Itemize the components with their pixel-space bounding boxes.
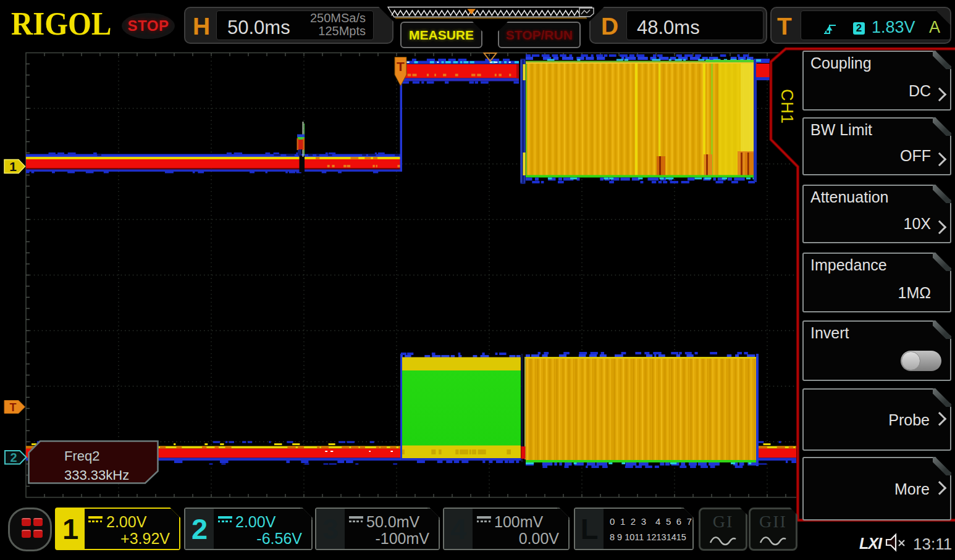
svg-text:1: 1 [9,159,17,173]
svg-text:333.33kHz: 333.33kHz [64,467,129,483]
svg-text:T: T [397,59,405,73]
svg-text:2: 2 [10,451,17,464]
svg-text:Freq2: Freq2 [64,448,99,464]
svg-text:T: T [10,401,17,414]
